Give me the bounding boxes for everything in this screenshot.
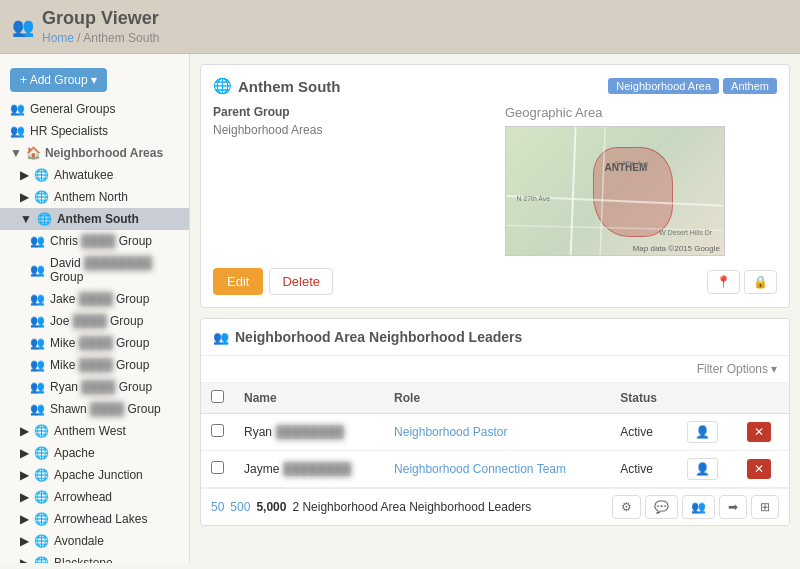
- move-button[interactable]: ➡: [719, 495, 747, 519]
- message-button[interactable]: 💬: [645, 495, 678, 519]
- role-link[interactable]: Neighborhood Connection Team: [394, 462, 566, 476]
- sidebar-item-ahwatukee[interactable]: ▶ 🌐 Ahwatukee: [0, 164, 189, 186]
- sidebar-top: + Add Group ▾: [0, 62, 189, 98]
- footer-actions: ⚙ 💬 👥 ➡ ⊞: [612, 495, 779, 519]
- grid-button[interactable]: ⊞: [751, 495, 779, 519]
- app-icon: 👥: [12, 16, 34, 38]
- sidebar-item-apache-junction[interactable]: ▶ 🌐 Apache Junction: [0, 464, 189, 486]
- map-icon: 🌐: [34, 424, 49, 438]
- svg-text:N 27th Ave: N 27th Ave: [517, 195, 551, 202]
- page-size-5000[interactable]: 5,000: [256, 500, 286, 514]
- sidebar-item-label: Ahwatukee: [54, 168, 113, 182]
- sidebar-item-apache[interactable]: ▶ 🌐 Apache: [0, 442, 189, 464]
- hr-specialists-icon: 👥: [10, 124, 25, 138]
- sidebar-item-anthem-south[interactable]: ▼ 🌐 Anthem South: [0, 208, 189, 230]
- delete-button[interactable]: Delete: [269, 268, 333, 295]
- expand-icon: ▶: [20, 446, 29, 460]
- leaders-table-head: Name Role Status: [201, 383, 789, 414]
- remove-button[interactable]: ✕: [747, 422, 771, 442]
- filter-options-button[interactable]: Filter Options ▾: [697, 362, 777, 376]
- sidebar-item-anthem-north[interactable]: ▶ 🌐 Anthem North: [0, 186, 189, 208]
- leaders-icon: 👥: [213, 330, 229, 345]
- expand-icon: ▶: [20, 468, 29, 482]
- row-status: Active: [610, 414, 677, 451]
- sidebar-item-label: Arrowhead Lakes: [54, 512, 147, 526]
- col-actions2: [737, 383, 789, 414]
- group-name: 🌐 Anthem South: [213, 77, 341, 95]
- sidebar-item-arrowhead-lakes[interactable]: ▶ 🌐 Arrowhead Lakes: [0, 508, 189, 530]
- sidebar-item-label: Arrowhead: [54, 490, 112, 504]
- expand-icon: ▶: [20, 556, 29, 563]
- sidebar-item-label: David ████████ Group: [50, 256, 179, 284]
- breadcrumb: Home / Anthem South: [42, 31, 159, 45]
- group-icon: 👥: [30, 314, 45, 328]
- page-size-50[interactable]: 50: [211, 500, 224, 514]
- content-area: 🌐 Anthem South Neighborhood Area Anthem …: [190, 54, 800, 563]
- remove-button[interactable]: ✕: [747, 459, 771, 479]
- app-title: Group Viewer: [42, 8, 159, 29]
- map-container: ANTHEM N 27th Ave W Desert Hills Dr N 75…: [505, 126, 725, 256]
- sidebar-item-ryan-group[interactable]: 👥 Ryan ████ Group: [0, 376, 189, 398]
- expand-icon: ▶: [20, 512, 29, 526]
- expand-icon: ▶: [20, 534, 29, 548]
- first-name: Jayme: [244, 462, 279, 476]
- add-group-button[interactable]: + Add Group ▾: [10, 68, 107, 92]
- breadcrumb-home[interactable]: Home: [42, 31, 74, 45]
- lock-button[interactable]: 🔒: [744, 270, 777, 294]
- sidebar-item-label: Ryan ████ Group: [50, 380, 152, 394]
- sidebar-item-arrowhead[interactable]: ▶ 🌐 Arrowhead: [0, 486, 189, 508]
- sidebar-item-joe-group[interactable]: 👥 Joe ████ Group: [0, 310, 189, 332]
- sidebar-item-general-groups[interactable]: 👥 General Groups: [0, 98, 189, 120]
- sidebar-item-david-group[interactable]: 👥 David ████████ Group: [0, 252, 189, 288]
- col-checkbox: [201, 383, 234, 414]
- group-header-top: 🌐 Anthem South Neighborhood Area Anthem: [213, 77, 777, 95]
- row-checkbox[interactable]: [211, 424, 224, 437]
- group-body: Parent Group Neighborhood Areas Geograph…: [213, 105, 777, 256]
- role-link[interactable]: Neighborhood Pastor: [394, 425, 507, 439]
- expand-icon: ▼: [20, 212, 32, 226]
- row-person-action: 👤: [677, 414, 737, 451]
- sidebar-item-label: Mike ████ Group: [50, 336, 149, 350]
- sidebar-item-label: Avondale: [54, 534, 104, 548]
- sidebar-item-shawn-group[interactable]: 👥 Shawn ████ Group: [0, 398, 189, 420]
- sidebar-item-mike2-group[interactable]: 👥 Mike ████ Group: [0, 354, 189, 376]
- leaders-table-header-row: Name Role Status: [201, 383, 789, 414]
- sidebar-item-chris-group[interactable]: 👥 Chris ████ Group: [0, 230, 189, 252]
- filter-label: Filter Options: [697, 362, 768, 376]
- count-text: 2 Neighborhood Area Neighborhood Leaders: [292, 500, 531, 514]
- sidebar-item-label: Anthem South: [57, 212, 139, 226]
- page-size-500[interactable]: 500: [230, 500, 250, 514]
- sidebar-item-anthem-west[interactable]: ▶ 🌐 Anthem West: [0, 420, 189, 442]
- first-name: Ryan: [244, 425, 272, 439]
- map-caption: Map data ©2015 Google: [633, 244, 720, 253]
- map-icon: 🌐: [34, 468, 49, 482]
- sidebar-item-label: Anthem West: [54, 424, 126, 438]
- filter-chevron-icon: ▾: [771, 362, 777, 376]
- sidebar-item-jake-group[interactable]: 👥 Jake ████ Group: [0, 288, 189, 310]
- row-delete-action: ✕: [737, 451, 789, 488]
- person-button[interactable]: 👤: [687, 458, 718, 480]
- row-delete-action: ✕: [737, 414, 789, 451]
- sidebar-item-label: Jake ████ Group: [50, 292, 149, 306]
- sidebar-item-label: Apache: [54, 446, 95, 460]
- action-left: Edit Delete: [213, 268, 333, 295]
- add-leader-button[interactable]: ⚙: [612, 495, 641, 519]
- sidebar-item-blackstone[interactable]: ▶ 🌐 Blackstone: [0, 552, 189, 563]
- filter-bar: Filter Options ▾: [201, 356, 789, 383]
- row-role: Neighborhood Connection Team: [384, 451, 610, 488]
- sidebar-item-mike1-group[interactable]: 👥 Mike ████ Group: [0, 332, 189, 354]
- badge-anthem: Anthem: [723, 78, 777, 94]
- sidebar-item-avondale[interactable]: ▶ 🌐 Avondale: [0, 530, 189, 552]
- select-all-checkbox[interactable]: [211, 390, 224, 403]
- row-checkbox[interactable]: [211, 461, 224, 474]
- expand-icon: ▶: [20, 490, 29, 504]
- col-name: Name: [234, 383, 384, 414]
- people-button[interactable]: 👥: [682, 495, 715, 519]
- sidebar-item-hr-specialists[interactable]: 👥 HR Specialists: [0, 120, 189, 142]
- pin-button[interactable]: 📍: [707, 270, 740, 294]
- row-role: Neighborhood Pastor: [384, 414, 610, 451]
- edit-button[interactable]: Edit: [213, 268, 263, 295]
- general-groups-icon: 👥: [10, 102, 25, 116]
- person-button[interactable]: 👤: [687, 421, 718, 443]
- group-icon: 👥: [30, 358, 45, 372]
